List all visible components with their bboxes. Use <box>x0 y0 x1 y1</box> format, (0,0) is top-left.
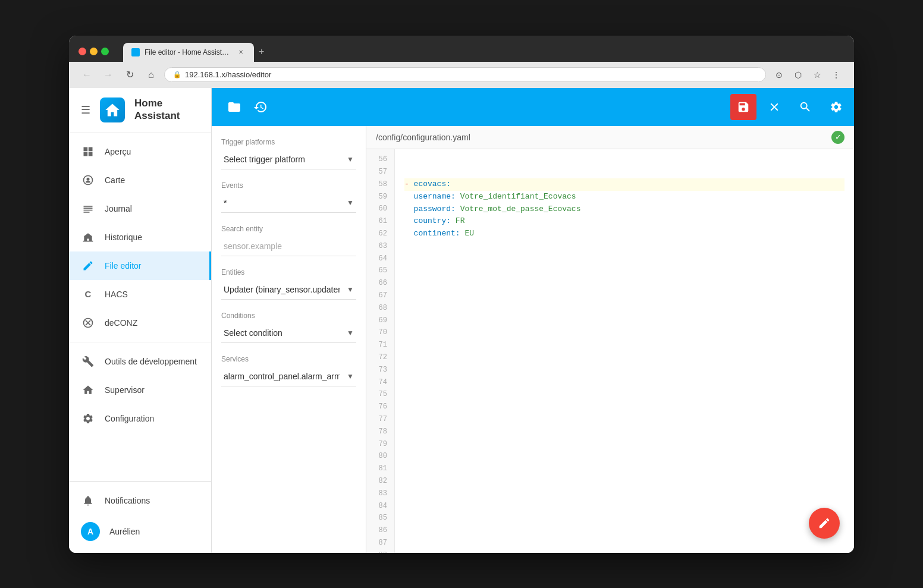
sidebar-item-historique[interactable]: Historique <box>69 223 211 251</box>
services-select[interactable]: alarm_control_panel.alarm_arm_aw... <box>221 367 356 386</box>
code-line <box>404 376 844 389</box>
file-valid-icon: ✓ <box>831 131 844 144</box>
forward-button[interactable]: → <box>100 67 117 83</box>
code-line <box>404 240 844 253</box>
reload-button[interactable]: ↻ <box>121 67 138 83</box>
active-tab[interactable]: File editor - Home Assistant ✕ <box>123 43 254 62</box>
code-token: ecovacs: <box>414 178 451 191</box>
code-editor[interactable]: 5657585960616263646566676869707172737475… <box>366 149 854 553</box>
events-select[interactable]: * <box>221 193 356 212</box>
sidebar-item-carte[interactable]: Carte <box>69 166 211 194</box>
line-number: 62 <box>366 228 394 240</box>
conditions-select[interactable]: Select condition <box>221 323 356 342</box>
history-chart-icon <box>81 230 95 244</box>
edit-fab[interactable] <box>809 508 840 539</box>
map-icon <box>81 173 95 187</box>
code-line <box>404 413 844 426</box>
address-url: 192.168.1.x/hassio/editor <box>185 70 757 79</box>
code-token: Votre_identifiant_Ecovacs <box>460 191 576 203</box>
sidebar-menu-icon[interactable]: ☰ <box>81 103 90 117</box>
menu-button[interactable]: ⋮ <box>828 67 844 83</box>
trigger-platforms-label: Trigger platforms <box>221 138 356 146</box>
line-numbers: 5657585960616263646566676869707172737475… <box>366 149 395 553</box>
line-number: 88 <box>366 549 394 553</box>
maximize-button[interactable] <box>101 48 109 55</box>
line-number: 64 <box>366 253 394 265</box>
sidebar-nav: Aperçu Carte <box>69 133 211 481</box>
browser-toolbar: ← → ↻ ⌂ 🔒 192.168.1.x/hassio/editor ⊙ ⬡ … <box>69 62 854 88</box>
app-settings-button[interactable] <box>823 94 849 120</box>
services-group: Services alarm_control_panel.alarm_arm_a… <box>221 355 356 386</box>
svg-rect-2 <box>83 240 93 241</box>
code-line <box>404 351 844 364</box>
sidebar-item-file-editor[interactable]: File editor <box>69 251 211 280</box>
back-button[interactable]: ← <box>79 67 95 83</box>
trigger-platforms-select[interactable]: Select trigger platform <box>221 150 356 169</box>
line-number: 70 <box>366 327 394 339</box>
folder-icon[interactable] <box>224 96 245 118</box>
dev-tools-icon <box>81 354 95 369</box>
new-tab-button[interactable]: + <box>254 42 269 62</box>
entities-select[interactable]: Updater (binary_sensor.updater) <box>221 280 356 299</box>
close-button[interactable] <box>761 94 787 120</box>
code-line <box>404 166 844 178</box>
line-number: 81 <box>366 463 394 475</box>
code-line <box>404 549 844 553</box>
close-button[interactable] <box>79 48 86 55</box>
traffic-lights <box>79 48 109 55</box>
line-number: 61 <box>366 215 394 228</box>
line-number: 72 <box>366 351 394 364</box>
code-content[interactable]: - ecovacs: username: Votre_identifiant_E… <box>395 149 854 553</box>
dashboard-icon <box>81 144 95 159</box>
sidebar-item-notifications[interactable]: Notifications <box>69 486 211 515</box>
sidebar-item-label-deconz: deCONZ <box>105 318 137 328</box>
code-token <box>456 203 460 216</box>
sidebar-item-user[interactable]: A Aurélien <box>69 515 211 548</box>
sidebar: ☰ Home Assistant Aperçu <box>69 88 212 553</box>
line-number: 69 <box>366 315 394 327</box>
sidebar-item-apercu[interactable]: Aperçu <box>69 137 211 166</box>
code-line <box>404 154 844 166</box>
trigger-platforms-group: Trigger platforms Select trigger platfor… <box>221 138 356 169</box>
editor-area: /config/configuration.yaml ✓ 56575859606… <box>366 126 854 553</box>
search-entity-input[interactable] <box>221 237 356 256</box>
tab-title: File editor - Home Assistant <box>145 48 231 56</box>
svg-point-1 <box>87 177 90 180</box>
entities-group: Entities Updater (binary_sensor.updater)… <box>221 268 356 300</box>
sidebar-item-deconz[interactable]: deCONZ <box>69 309 211 337</box>
settings-icon <box>81 411 95 426</box>
line-number: 86 <box>366 524 394 537</box>
translate-button[interactable]: ⬡ <box>790 67 806 83</box>
save-button[interactable] <box>730 94 756 120</box>
file-path-bar: /config/configuration.yaml ✓ <box>366 126 854 149</box>
code-line: username: Votre_identifiant_Ecovacs <box>404 191 844 203</box>
sidebar-item-outils[interactable]: Outils de développement <box>69 347 211 376</box>
search-entity-input-wrapper <box>221 237 356 256</box>
history-icon[interactable] <box>250 96 271 118</box>
app-container: ☰ Home Assistant Aperçu <box>69 88 854 553</box>
search-button[interactable] <box>792 94 818 120</box>
minimize-button[interactable] <box>90 48 98 55</box>
sidebar-item-label-user: Aurélien <box>109 527 140 536</box>
sidebar-item-label-apercu: Aperçu <box>105 147 131 156</box>
file-editor-icon <box>81 259 95 273</box>
search-entity-label: Search entity <box>221 225 356 233</box>
address-bar[interactable]: 🔒 192.168.1.x/hassio/editor <box>164 67 766 82</box>
conditions-select-wrapper: Select condition ▼ <box>221 323 356 343</box>
code-line <box>404 524 844 537</box>
sidebar-item-supervisor[interactable]: Supervisor <box>69 376 211 404</box>
bookmark-button[interactable]: ☆ <box>809 67 825 83</box>
code-line: - ecovacs: <box>404 178 844 191</box>
sidebar-item-hacs[interactable]: C HACS <box>69 280 211 309</box>
sidebar-item-label-historique: Historique <box>105 232 142 242</box>
sidebar-item-label-notifications: Notifications <box>105 496 150 505</box>
home-button[interactable]: ⌂ <box>143 67 159 83</box>
sidebar-item-journal[interactable]: Journal <box>69 194 211 223</box>
browser-chrome: File editor - Home Assistant ✕ + ← → ↻ ⌂… <box>69 36 854 88</box>
tab-close-button[interactable]: ✕ <box>236 48 246 57</box>
cast-button[interactable]: ⊙ <box>771 67 787 83</box>
line-number: 84 <box>366 500 394 512</box>
toolbar-actions: ⊙ ⬡ ☆ ⋮ <box>771 67 844 83</box>
sidebar-item-configuration[interactable]: Configuration <box>69 404 211 433</box>
code-line <box>404 265 844 278</box>
